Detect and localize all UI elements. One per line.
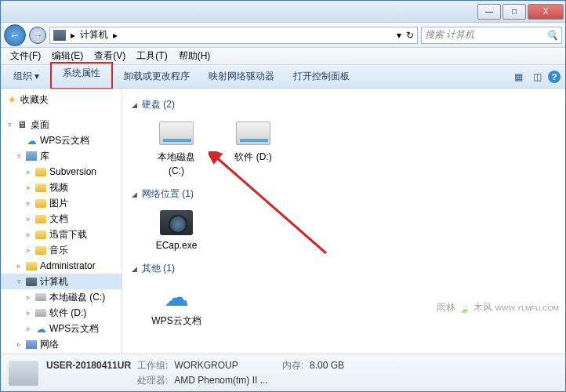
- file-item[interactable]: ECap.exe: [146, 207, 207, 251]
- group-header[interactable]: ◢网络位置 (1): [132, 187, 556, 201]
- item-label: 本地磁盘: [158, 151, 195, 164]
- folder-icon: [34, 229, 47, 240]
- expand-icon[interactable]: ▹: [24, 183, 32, 191]
- sidebar-item[interactable]: ▹视频: [1, 180, 122, 195]
- breadcrumb-label[interactable]: 计算机: [80, 28, 108, 42]
- item-label: ECap.exe: [156, 240, 198, 251]
- expand-icon[interactable]: ▹: [24, 168, 32, 176]
- sidebar-item[interactable]: ▹☁WPS云文档: [1, 321, 122, 336]
- expand-icon[interactable]: ▹: [24, 199, 32, 207]
- sidebar-item-label: 视频: [49, 181, 68, 194]
- expand-icon[interactable]: ▹: [24, 293, 32, 301]
- uninstall-button[interactable]: 卸载或更改程序: [116, 67, 198, 85]
- close-button[interactable]: X: [528, 4, 564, 20]
- sidebar-item[interactable]: ☁WPS云文档: [1, 132, 122, 148]
- group-title: 网络位置 (1): [142, 187, 194, 201]
- sidebar-item-label: 本地磁盘 (C:): [49, 291, 105, 304]
- system-properties-button[interactable]: 系统属性: [50, 62, 113, 89]
- menu-help[interactable]: 帮助(H): [174, 48, 216, 64]
- drive-icon: [159, 122, 194, 145]
- sidebar-item-label: 音乐: [49, 244, 68, 257]
- status-computer-name: USER-20180411UR: [46, 360, 131, 371]
- sidebar-item[interactable]: ▿库: [1, 148, 122, 164]
- refresh-icon[interactable]: ↻: [406, 30, 414, 41]
- cloud-icon: ☁: [34, 323, 47, 334]
- search-placeholder: 搜索 计算机: [425, 28, 474, 42]
- search-input[interactable]: 搜索 计算机 🔍: [421, 27, 562, 44]
- maximize-button[interactable]: □: [503, 4, 526, 20]
- organize-button[interactable]: 组织 ▾: [5, 67, 47, 85]
- group-header[interactable]: ◢硬盘 (2): [132, 98, 556, 111]
- nav-forward-button[interactable]: →: [29, 27, 46, 44]
- library-icon: [25, 151, 38, 162]
- folder-icon: [34, 166, 47, 177]
- computer-icon: [53, 30, 66, 41]
- nav-back-button[interactable]: ←: [4, 24, 26, 46]
- expand-icon[interactable]: ▹: [24, 246, 32, 254]
- expand-icon[interactable]: ▹: [24, 230, 32, 238]
- sidebar-item[interactable]: ▿计算机: [1, 274, 122, 289]
- control-panel-button[interactable]: 打开控制面板: [285, 67, 357, 85]
- sidebar-label: 桌面: [31, 118, 49, 132]
- status-label: 处理器:: [137, 374, 168, 387]
- file-item[interactable]: ☁WPS云文档: [146, 281, 207, 328]
- sidebar-item-label: WPS云文档: [49, 322, 99, 336]
- drive-icon: [34, 292, 47, 303]
- menu-tools[interactable]: 工具(T): [132, 48, 172, 64]
- folder-icon: [34, 198, 47, 209]
- breadcrumb-sep: ▸: [71, 30, 75, 41]
- sidebar-label: 收藏夹: [20, 93, 49, 107]
- menu-file[interactable]: 文件(F): [5, 48, 45, 64]
- status-cpu: AMD Phenom(tm) II ...: [174, 375, 267, 386]
- computer-icon: [9, 361, 38, 386]
- main-content: ◢硬盘 (2)本地磁盘(C:)软件 (D:)◢网络位置 (1)ECap.exe◢…: [122, 89, 565, 354]
- file-item[interactable]: 本地磁盘(C:): [146, 118, 207, 176]
- sidebar-item[interactable]: ▹Subversion: [1, 164, 122, 180]
- sidebar-item[interactable]: ▹音乐: [1, 242, 122, 258]
- sidebar-item-label: Subversion: [49, 166, 96, 177]
- sidebar-item-label: WPS云文档: [40, 134, 89, 147]
- file-item[interactable]: 软件 (D:): [223, 118, 284, 176]
- minimize-button[interactable]: —: [477, 4, 501, 20]
- sidebar-item[interactable]: ▹迅雷下载: [1, 227, 122, 242]
- sidebar-desktop[interactable]: ▿ 🖥 桌面: [1, 117, 122, 132]
- sidebar-item[interactable]: ▹软件 (D:): [1, 305, 122, 321]
- network-icon: [25, 339, 38, 350]
- status-label: 工作组:: [137, 359, 168, 372]
- sidebar-item-label: 文档: [49, 212, 68, 226]
- sidebar-item[interactable]: ▹网络: [1, 336, 122, 352]
- preview-pane-icon[interactable]: ◫: [529, 69, 545, 85]
- titlebar: — □ X: [1, 1, 565, 23]
- sidebar-favorites[interactable]: ★ 收藏夹: [1, 92, 122, 107]
- expand-icon[interactable]: ▹: [15, 262, 23, 270]
- item-label: WPS云文档: [151, 314, 201, 328]
- sidebar-item[interactable]: ▹Administrator: [1, 258, 122, 274]
- expand-icon[interactable]: ▿: [15, 278, 23, 285]
- search-icon: 🔍: [546, 30, 558, 41]
- expand-icon[interactable]: ▹: [24, 309, 32, 317]
- drive-icon: [34, 307, 47, 318]
- view-mode-icon[interactable]: ▦: [510, 69, 526, 85]
- sidebar-item-label: Administrator: [40, 260, 96, 271]
- expand-icon[interactable]: ▹: [24, 325, 32, 332]
- map-drive-button[interactable]: 映射网络驱动器: [201, 67, 282, 85]
- help-icon[interactable]: ?: [548, 71, 561, 83]
- expand-icon[interactable]: ▿: [5, 121, 13, 129]
- collapse-icon: ◢: [132, 191, 137, 198]
- address-dropdown-icon[interactable]: ▾: [397, 30, 401, 41]
- sidebar-item[interactable]: ▹文档: [1, 211, 122, 227]
- sidebar-item-label: 迅雷下载: [49, 228, 87, 241]
- expand-icon[interactable]: ▹: [24, 215, 32, 223]
- collapse-icon: ◢: [132, 101, 137, 109]
- sidebar-item-label: 计算机: [40, 275, 68, 289]
- computer-icon: [25, 276, 38, 287]
- address-bar[interactable]: ▸ 计算机 ▸ ▾ ↻: [49, 27, 418, 44]
- sidebar-item-label: 网络: [40, 338, 59, 351]
- expand-icon[interactable]: ▹: [15, 340, 23, 348]
- statusbar: USER-20180411UR 工作组: WORKGROUP 内存: 8.00 …: [1, 354, 565, 391]
- sidebar-item[interactable]: ▹本地磁盘 (C:): [1, 289, 122, 305]
- toolbar: 组织 ▾ 系统属性 卸载或更改程序 映射网络驱动器 打开控制面板 ▦ ◫ ?: [1, 65, 565, 89]
- expand-icon[interactable]: ▿: [15, 152, 23, 160]
- sidebar-item[interactable]: ▹图片: [1, 195, 122, 211]
- group-header[interactable]: ◢其他 (1): [132, 262, 556, 275]
